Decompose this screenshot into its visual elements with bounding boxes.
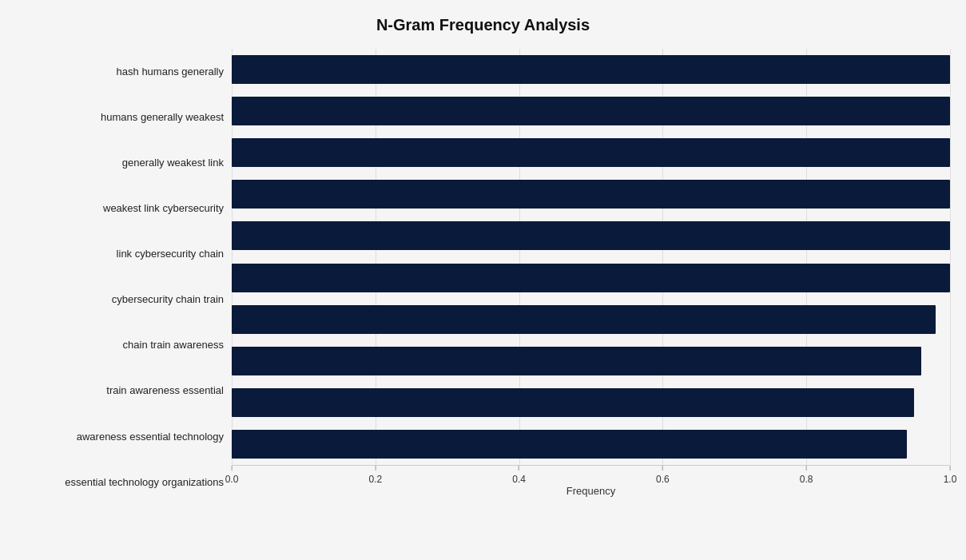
x-tick-line	[232, 466, 233, 471]
bars-section	[232, 49, 950, 465]
y-label: generally weakest link	[122, 144, 224, 181]
bars-and-x: 0.00.20.40.60.81.0 Frequency	[232, 49, 950, 505]
chart-area: hash humans generallyhumans generally we…	[16, 49, 950, 505]
bar	[232, 180, 950, 209]
x-axis: 0.00.20.40.60.81.0 Frequency	[232, 465, 950, 505]
x-tick: 1.0	[944, 466, 957, 485]
y-label: train awareness essential	[106, 372, 224, 410]
bar-row	[232, 344, 950, 378]
y-label: weakest link cybersecurity	[103, 189, 224, 227]
y-label: awareness essential technology	[77, 418, 224, 455]
x-tick: 0.8	[800, 466, 813, 485]
x-tick-line	[950, 466, 951, 471]
y-axis: hash humans generallyhumans generally we…	[16, 49, 232, 505]
bar	[232, 97, 950, 125]
x-axis-label: Frequency	[232, 485, 950, 497]
bar	[232, 347, 921, 375]
gridline	[950, 49, 951, 465]
x-tick-label: 0.4	[512, 474, 526, 485]
y-label: hash humans generally	[117, 53, 224, 90]
bar-row	[232, 94, 950, 128]
bar-row	[232, 427, 950, 461]
x-tick-label: 0.6	[656, 474, 670, 485]
x-tick: 0.2	[368, 466, 382, 485]
x-tick-label: 1.0	[944, 474, 957, 485]
y-label: humans generally weakest	[101, 98, 224, 136]
bar-row	[232, 219, 950, 252]
x-tick: 0.0	[225, 466, 239, 485]
y-label: essential technology organizations	[65, 463, 224, 501]
bar-row	[232, 53, 950, 86]
bar	[232, 138, 950, 167]
x-tick: 0.6	[656, 466, 670, 485]
bar	[232, 388, 914, 417]
bars-inner	[232, 49, 950, 465]
y-label: link cybersecurity chain	[117, 235, 224, 272]
bar-row	[232, 303, 950, 336]
y-label: cybersecurity chain train	[112, 281, 224, 319]
bar	[232, 430, 907, 459]
bar-row	[232, 261, 950, 295]
bar	[232, 264, 950, 292]
chart-container: N-Gram Frequency Analysis hash humans ge…	[0, 0, 966, 560]
chart-title: N-Gram Frequency Analysis	[16, 16, 950, 34]
bar-row	[232, 386, 950, 419]
bar-row	[232, 136, 950, 169]
x-tick: 0.4	[512, 466, 526, 485]
bar	[232, 305, 936, 334]
x-tick-line	[662, 466, 663, 471]
bar-row	[232, 177, 950, 211]
x-tick-label: 0.8	[800, 474, 813, 485]
x-tick-label: 0.0	[225, 474, 239, 485]
x-tick-label: 0.2	[368, 474, 382, 485]
x-tick-line	[806, 466, 807, 471]
bar	[232, 55, 950, 84]
y-label: chain train awareness	[123, 327, 224, 364]
bar	[232, 221, 950, 250]
x-tick-line	[375, 466, 376, 471]
x-tick-line	[519, 466, 519, 471]
